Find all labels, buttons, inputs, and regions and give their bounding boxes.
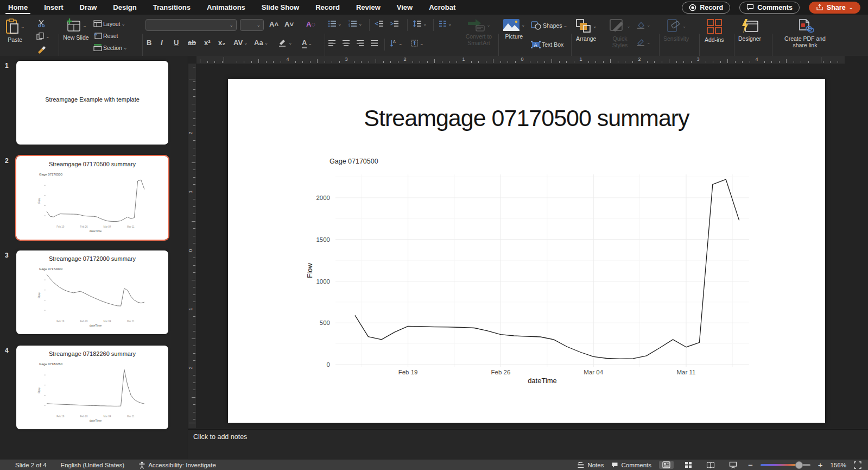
subscript-button[interactable]: x₂ <box>218 39 225 47</box>
ruler-number: 0 <box>188 249 193 252</box>
designer-button[interactable]: Designer <box>738 18 761 42</box>
bold-button[interactable]: B <box>147 39 151 47</box>
slide-editor[interactable]: Streamgage 07170500 summary 050010001500… <box>228 79 825 423</box>
notes-toggle[interactable]: Notes <box>577 462 604 468</box>
decrease-indent-button[interactable] <box>375 20 384 27</box>
horizontal-ruler[interactable]: 432101234 <box>197 56 845 64</box>
layout-icon <box>93 20 102 27</box>
ruler-tick <box>193 140 195 141</box>
character-spacing-button[interactable]: AV⌄ <box>233 39 248 47</box>
ruler-tick <box>801 61 801 63</box>
numbered-list-button[interactable]: 123 ⌄ <box>349 20 363 27</box>
vertical-ruler[interactable]: 21012 <box>188 64 196 428</box>
slide-sorter-view-button[interactable] <box>681 461 695 469</box>
thumbnail-title-text: Streamgage Example with template <box>16 96 168 103</box>
new-slide-button[interactable]: ⌄ New Slide <box>61 18 91 41</box>
record-button[interactable]: Record <box>682 2 730 14</box>
picture-button[interactable]: ⌄ Picture <box>503 18 525 40</box>
ruler-number: 2 <box>188 131 193 134</box>
slide-title[interactable]: Streamgage 07170500 summary <box>228 105 825 131</box>
font-color-button[interactable]: A⌄ <box>302 39 312 48</box>
shrink-font-button[interactable]: A˅ <box>284 20 294 28</box>
align-left-button[interactable] <box>328 40 336 46</box>
cut-button[interactable] <box>37 19 46 28</box>
align-text-vertical-button[interactable]: ⌄ <box>410 40 424 47</box>
slide-thumbnail-2[interactable]: Streamgage 07170500 summaryGage 07170500… <box>16 156 168 240</box>
normal-view-button[interactable] <box>659 461 674 469</box>
layout-button[interactable]: Layout ⌄ <box>93 20 125 27</box>
align-center-button[interactable] <box>342 40 350 46</box>
zoom-in-button[interactable]: + <box>818 460 823 469</box>
fit-slide-button[interactable] <box>854 461 861 469</box>
slide-thumbnail-panel[interactable]: 1Streamgage Example with template2Stream… <box>0 56 187 459</box>
arrange-button[interactable]: ⌄ Arrange <box>575 18 597 42</box>
slide-thumbnail-3[interactable]: Streamgage 07172000 summaryGage 07172000… <box>16 250 168 334</box>
copy-button[interactable]: ⌄ <box>36 32 50 41</box>
shape-outline-button[interactable]: ⌄ <box>636 39 651 46</box>
slide-counter[interactable]: Slide 2 of 4 <box>15 462 47 468</box>
strikethrough-button[interactable]: ab <box>188 39 196 47</box>
slide-thumbnail-1[interactable]: Streamgage Example with template <box>16 61 168 145</box>
bullet-list-button[interactable]: ⌄ <box>328 20 342 27</box>
notes-placeholder[interactable]: Click to add notes <box>193 433 247 441</box>
font-size-select[interactable]: ⌄ <box>240 19 264 31</box>
columns-button[interactable]: ⌄ <box>439 20 452 27</box>
section-button[interactable]: Section ⌄ <box>93 44 128 51</box>
zoom-level[interactable]: 156% <box>831 462 846 468</box>
align-right-button[interactable] <box>356 40 364 46</box>
notes-panel[interactable]: Click to add notes <box>188 429 868 459</box>
justify-button[interactable] <box>370 40 378 46</box>
comments-button[interactable]: Comments <box>739 2 800 14</box>
ruler-tick <box>193 331 195 331</box>
line-spacing-button[interactable]: ⌄ <box>413 20 427 27</box>
menu-tab-home[interactable]: Home <box>0 0 36 15</box>
accessibility-status[interactable]: Accessibility: Investigate <box>138 461 216 469</box>
menu-tab-design[interactable]: Design <box>105 0 144 15</box>
menu-tab-record[interactable]: Record <box>307 0 348 15</box>
font-name-select[interactable]: ⌄ <box>145 19 237 31</box>
menu-tab-transitions[interactable]: Transitions <box>145 0 199 15</box>
shapes-button[interactable]: Shapes ⌄ <box>531 21 567 30</box>
paste-button[interactable]: ⌄ Paste <box>5 18 25 43</box>
svg-text:Flow: Flow <box>37 198 41 204</box>
increase-indent-button[interactable] <box>390 20 399 27</box>
grow-font-button[interactable]: A˄ <box>269 20 278 28</box>
reset-button[interactable]: Reset <box>93 32 118 39</box>
change-case-button[interactable]: Aa⌄ <box>254 39 268 47</box>
text-box-button[interactable]: A Text Box <box>531 41 563 48</box>
underline-button[interactable]: U <box>174 39 179 47</box>
format-painter-button[interactable] <box>37 45 47 54</box>
ruler-tick <box>192 104 195 104</box>
create-pdf-button[interactable]: Create PDF and share link <box>781 18 829 48</box>
ruler-tick <box>750 61 750 63</box>
menu-tab-animations[interactable]: Animations <box>199 0 254 15</box>
convert-smartart-button[interactable]: ⌄ Convert to SmartArt <box>461 18 496 46</box>
quick-styles-button[interactable]: ⌄ Quick Styles <box>606 18 634 48</box>
zoom-out-button[interactable]: − <box>748 460 753 469</box>
menu-tab-acrobat[interactable]: Acrobat <box>421 0 464 15</box>
menu-tab-draw[interactable]: Draw <box>72 0 105 15</box>
reading-view-button[interactable] <box>703 461 718 469</box>
shape-fill-button[interactable]: ⌄ <box>636 21 651 29</box>
addins-button[interactable]: Add-ins <box>705 18 724 43</box>
zoom-slider-thumb[interactable] <box>795 461 803 469</box>
superscript-button[interactable]: x² <box>204 39 211 47</box>
share-button[interactable]: Share ⌄ <box>809 2 860 14</box>
menu-tab-review[interactable]: Review <box>348 0 389 15</box>
thumbnail-mini-chart: Gage 07172000Feb 19Feb 26Mar 04Mar 11dat… <box>37 265 148 330</box>
menu-tab-insert[interactable]: Insert <box>36 0 71 15</box>
highlight-color-button[interactable]: ⌄ <box>278 39 293 47</box>
slideshow-view-button[interactable] <box>726 461 740 469</box>
menu-tab-slide-show[interactable]: Slide Show <box>254 0 307 15</box>
comments-toggle[interactable]: Comments <box>611 462 651 468</box>
language-selector[interactable]: English (United States) <box>61 462 125 468</box>
text-direction-button[interactable]: A ⌄ <box>390 40 403 47</box>
clear-formatting-button[interactable]: A◌ <box>306 20 315 28</box>
zoom-slider[interactable] <box>761 464 810 466</box>
sensitivity-button[interactable]: ⌄ Sensitivity <box>663 18 689 42</box>
flow-chart[interactable]: 0500100015002000Feb 19Feb 26Mar 04Mar 11… <box>304 155 755 388</box>
ruler-tick <box>369 61 369 63</box>
slide-thumbnail-4[interactable]: Streamgage 07182260 summaryGage 07182260… <box>16 346 168 429</box>
italic-button[interactable]: I <box>161 39 163 47</box>
menu-tab-view[interactable]: View <box>389 0 421 15</box>
